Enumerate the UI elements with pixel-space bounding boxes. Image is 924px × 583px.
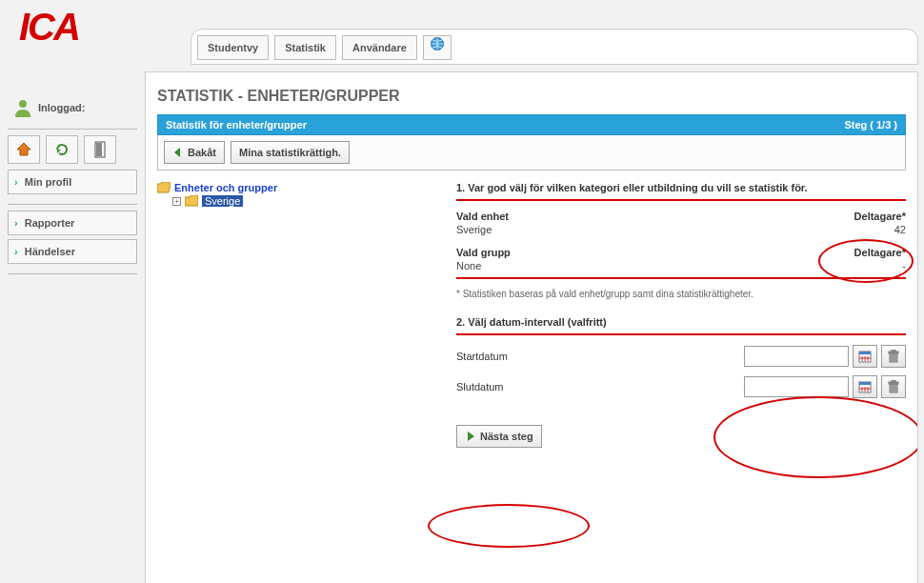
section1-heading: 1. Var god välj för vilken kategori elle… [456, 182, 906, 193]
next-button-label: Nästa steg [480, 426, 533, 447]
tree-root-link[interactable]: Enheter och grupper [174, 182, 277, 193]
trash-icon [888, 380, 899, 393]
calendar-icon [858, 380, 872, 393]
startdate-calendar-button[interactable] [853, 345, 877, 368]
participants-unit-value: 42 [894, 224, 906, 235]
selected-group-label: Vald grupp [456, 247, 511, 258]
user-icon [13, 98, 32, 117]
tree-root[interactable]: Enheter och grupper [157, 182, 443, 193]
tree-child[interactable]: + Sverige [157, 195, 443, 207]
selected-unit-value: Sverige [456, 224, 492, 235]
sidebar-item-min-profil[interactable]: › Min profil [8, 170, 137, 194]
folder-icon [185, 195, 198, 207]
back-button[interactable]: Bakåt [164, 141, 225, 164]
loggedin-label: Inloggad: [38, 102, 86, 113]
svg-rect-24 [892, 380, 895, 382]
next-wrap: Nästa steg [456, 425, 906, 448]
trash-icon [888, 350, 899, 363]
chevron-right-icon: › [14, 176, 18, 188]
svg-rect-3 [96, 143, 102, 156]
reload-icon [54, 142, 70, 157]
chevron-right-icon: › [14, 246, 18, 257]
data-column: 1. Var god välj för vilken kategori elle… [456, 182, 906, 448]
divider-red [456, 199, 906, 201]
row-selected-group: Vald grupp Deltagare* [456, 247, 906, 258]
sidebar-item-rapporter[interactable]: › Rapporter [8, 211, 137, 235]
sidebar-item-label: Min profil [25, 176, 72, 188]
globe-icon [430, 36, 445, 51]
permissions-button-label: Mina statistikrättigh. [239, 142, 341, 163]
sidebar-item-label: Rapporter [25, 217, 75, 229]
calendar-icon [858, 350, 872, 363]
main-panel: STATISTIK - ENHETER/GRUPPER Statistik fö… [145, 71, 918, 583]
loggedin-status: Inloggad: [13, 98, 137, 117]
enddate-input[interactable] [744, 376, 849, 397]
door-icon [93, 141, 107, 158]
arrow-left-icon [172, 147, 184, 158]
sidebar-item-handelser[interactable]: › Händelser [8, 239, 137, 264]
home-icon [15, 141, 32, 158]
top-bar: ICA Studentvy Statistik Användare [0, 0, 924, 71]
home-button[interactable] [8, 135, 40, 164]
divider [8, 129, 137, 130]
enddate-clear-button[interactable] [881, 375, 906, 398]
stepbar-left: Statistik för enheter/grupper [166, 119, 307, 131]
row-selected-group-values: None - [456, 260, 906, 271]
tab-strip: Studentvy Statistik Användare [191, 29, 918, 65]
participants-label-1: Deltagare* [854, 211, 906, 222]
tree-child-selected[interactable]: Sverige [202, 195, 243, 207]
sub-toolbar: Bakåt Mina statistikrättigh. [157, 135, 906, 171]
arrow-right-icon [465, 431, 476, 442]
chevron-right-icon: › [14, 217, 18, 229]
startdate-clear-button[interactable] [881, 345, 906, 368]
logo: ICA [19, 6, 79, 49]
page-title: STATISTIK - ENHETER/GRUPPER [157, 88, 906, 105]
reload-button[interactable] [46, 135, 78, 164]
toolbar-buttons [8, 135, 137, 164]
annotation-circle [428, 504, 590, 548]
row-selected-unit-values: Sverige 42 [456, 224, 906, 235]
tab-anvandare[interactable]: Användare [342, 35, 417, 60]
svg-rect-17 [859, 382, 871, 385]
permissions-button[interactable]: Mina statistikrättigh. [231, 141, 350, 164]
section1-footnote: * Statistiken baseras på vald enhet/grup… [456, 289, 906, 299]
next-button[interactable]: Nästa steg [456, 425, 542, 448]
content-columns: Enheter och grupper + Sverige 1. Var god… [157, 182, 906, 448]
enddate-label: Slutdatum [456, 381, 504, 392]
svg-rect-5 [859, 352, 871, 354]
startdate-input[interactable] [744, 346, 849, 367]
startdate-label: Startdatum [456, 351, 508, 362]
selected-group-value: None [456, 260, 481, 271]
enddate-calendar-button[interactable] [853, 375, 877, 398]
step-bar: Statistik för enheter/grupper Steg ( 1/3… [157, 114, 906, 135]
participants-label-2: Deltagare* [854, 247, 906, 258]
svg-rect-12 [892, 350, 895, 352]
section2-heading: 2. Välj datum-intervall (valfritt) [456, 316, 906, 328]
stepbar-right: Steg ( 1/3 ) [844, 119, 897, 131]
enddate-row: Slutdatum [456, 375, 906, 398]
divider-red [456, 333, 906, 335]
divider [8, 204, 137, 205]
sidebar-item-label: Händelser [25, 246, 75, 257]
divider-red [456, 277, 906, 279]
divider [8, 273, 137, 274]
tab-statistik[interactable]: Statistik [274, 35, 336, 60]
tree-column: Enheter och grupper + Sverige [157, 182, 443, 448]
startdate-row: Startdatum [456, 345, 906, 368]
selected-unit-label: Vald enhet [456, 211, 509, 222]
expand-icon[interactable]: + [172, 197, 181, 206]
sidebar: Inloggad: › [0, 71, 145, 583]
svg-point-1 [19, 100, 27, 108]
tab-globe[interactable] [423, 35, 452, 60]
tab-studentvy[interactable]: Studentvy [197, 35, 269, 60]
back-button-label: Bakåt [188, 142, 216, 163]
participants-group-value: - [902, 260, 906, 271]
folder-open-icon [157, 182, 171, 193]
exit-button[interactable] [84, 135, 116, 164]
row-selected-unit: Vald enhet Deltagare* [456, 211, 906, 222]
